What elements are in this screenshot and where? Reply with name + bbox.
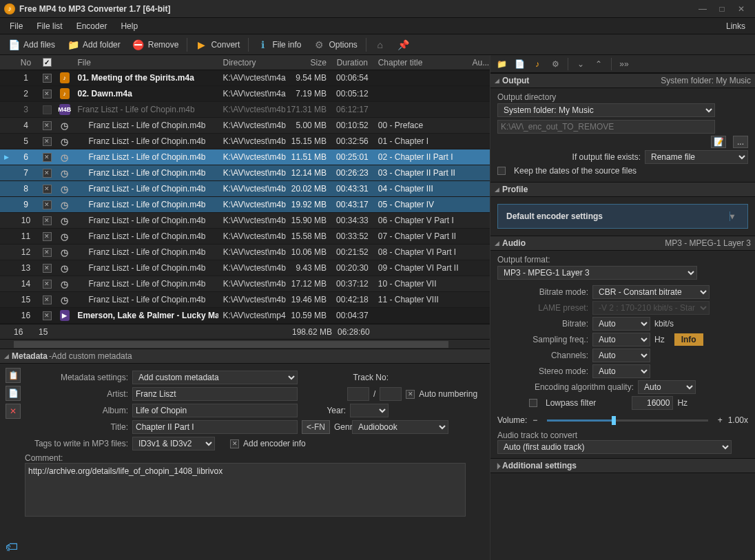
fn-button[interactable]: <-FN [302, 420, 330, 434]
minimize-button[interactable]: — [693, 2, 712, 16]
table-row[interactable]: 1✕♪01. Meeting of the Spirits.m4aK:\AV\v… [0, 70, 490, 86]
menu-encoder[interactable]: Encoder [70, 19, 114, 33]
track-total-input[interactable] [380, 387, 402, 401]
table-row[interactable]: 10✕◷Franz Liszt - Life of Chopin.m4bK:\A… [0, 213, 490, 229]
convert-button[interactable]: ▶Convert [190, 37, 245, 52]
bitrate-mode-select[interactable]: CBR - Constant bitrate [592, 285, 710, 299]
if-exists-select[interactable]: Rename file [645, 150, 748, 164]
auto-numbering-checkbox[interactable]: ✕ [406, 390, 415, 399]
lowpass-input[interactable] [632, 396, 673, 410]
table-row[interactable]: 5✕◷Franz Liszt - Life of Chopin.m4bK:\AV… [0, 134, 490, 149]
col-size[interactable]: Size [286, 58, 331, 68]
rt-up-icon[interactable]: ⌃ [590, 56, 607, 72]
title-input[interactable] [132, 420, 298, 434]
col-audio[interactable]: Au... [468, 58, 490, 68]
add-folder-icon: 📁 [68, 39, 79, 50]
col-check[interactable]: ✓ [38, 58, 56, 67]
profile-section-header[interactable]: ◢Profile [490, 182, 755, 197]
bitrate-select[interactable]: Auto [592, 317, 650, 331]
audio-section-header[interactable]: ◢Audio MP3 - MPEG-1 Layer 3 [490, 236, 755, 251]
table-row[interactable]: 3M4BFranz Liszt - Life of Chopin.m4bK:\A… [0, 102, 490, 118]
table-row[interactable]: 4✕◷Franz Liszt - Life of Chopin.m4bK:\AV… [0, 118, 490, 134]
col-no[interactable]: No [14, 58, 38, 68]
close-button[interactable]: ✕ [732, 2, 751, 16]
table-row[interactable]: 15✕◷Franz Liszt - Life of Chopin.m4bK:\A… [0, 292, 490, 308]
collapse-icon: ◢ [4, 353, 9, 360]
tag-icon: 🏷 [6, 540, 18, 554]
convert-icon: ▶ [196, 39, 207, 50]
tags-select[interactable]: ID3v1 & ID3v2 [132, 437, 215, 450]
menu-links[interactable]: Links [719, 19, 752, 33]
table-row[interactable]: 13✕◷Franz Liszt - Life of Chopin.m4bK:\A… [0, 260, 490, 276]
clear-metadata-button[interactable]: ✕ [6, 404, 21, 419]
menu-file[interactable]: File [3, 19, 30, 33]
rt-gear-icon[interactable]: ⚙ [547, 56, 563, 72]
output-path-input[interactable] [497, 120, 715, 134]
rt-folder-icon[interactable]: 📁 [493, 56, 510, 72]
table-row[interactable]: 8✕◷Franz Liszt - Life of Chopin.m4bK:\AV… [0, 181, 490, 197]
file-grid[interactable]: 1✕♪01. Meeting of the Spirits.m4aK:\AV\v… [0, 70, 490, 324]
col-file[interactable]: File [74, 58, 219, 68]
volume-slider[interactable] [547, 419, 707, 422]
copy-metadata-button[interactable]: 📋 [6, 368, 21, 383]
pin-button[interactable]: 📌 [393, 37, 415, 52]
horizontal-scrollbar[interactable] [0, 339, 490, 349]
add-files-button[interactable]: 📄Add files [3, 37, 61, 52]
info-badge[interactable]: Info [674, 333, 703, 346]
menu-help[interactable]: Help [114, 19, 145, 33]
year-select[interactable] [350, 404, 389, 417]
output-dir-select[interactable]: System folder: My Music [497, 103, 715, 117]
title-bar: ♪ Free MP4 to MP3 Converter 1.7 [64-bit]… [0, 0, 755, 18]
audio-track-select[interactable]: Auto (first audio track) [497, 440, 732, 454]
volume-minus-button[interactable]: − [532, 415, 537, 425]
add-folder-button[interactable]: 📁Add folder [62, 37, 126, 52]
paste-metadata-button[interactable]: 📄 [6, 386, 21, 401]
home-button[interactable]: ⌂ [369, 37, 391, 52]
artist-input[interactable] [132, 387, 298, 401]
add-encoder-info-checkbox[interactable]: ✕ [230, 439, 239, 448]
browse-folder-button[interactable]: 📝 [711, 136, 726, 148]
rt-more-icon[interactable]: »» [616, 56, 632, 72]
lame-preset-select[interactable]: -V 2 : 170-210 kbit/s - Standard [592, 301, 710, 315]
table-row[interactable]: 12✕◷Franz Liszt - Life of Chopin.m4bK:\A… [0, 245, 490, 260]
profile-select[interactable]: Default encoder settings ▾ [497, 204, 748, 229]
remove-button[interactable]: ⛔Remove [127, 37, 185, 52]
output-format-select[interactable]: MP3 - MPEG-1 Layer 3 [497, 266, 697, 280]
options-button[interactable]: ⚙Options [308, 37, 362, 52]
genre-select[interactable]: Audiobook [352, 420, 448, 434]
album-input[interactable] [132, 404, 298, 417]
table-row[interactable]: 9✕◷Franz Liszt - Life of Chopin.m4bK:\AV… [0, 197, 490, 213]
metadata-settings-select[interactable]: Add custom metadata [132, 371, 298, 384]
lowpass-checkbox[interactable] [529, 399, 537, 407]
table-row[interactable]: 6✕◷Franz Liszt - Life of Chopin.m4bK:\AV… [0, 149, 490, 165]
col-chapter[interactable]: Chapter title [374, 58, 468, 68]
table-row[interactable]: 2✕♪02. Dawn.m4aK:\AV\vctest\m4a7.19 MB00… [0, 86, 490, 102]
file-info-button[interactable]: ℹFile info [251, 37, 307, 52]
maximize-button[interactable]: □ [712, 2, 732, 16]
table-row[interactable]: 14✕◷Franz Liszt - Life of Chopin.m4bK:\A… [0, 276, 490, 292]
menu-filelist[interactable]: File list [30, 19, 69, 33]
metadata-section-header[interactable]: ◢ Metadata - Add custom metadata [0, 349, 490, 364]
volume-plus-button[interactable]: + [718, 415, 723, 425]
keep-dates-checkbox[interactable] [497, 167, 506, 175]
output-section-header[interactable]: ◢Output System folder: My Music [490, 73, 755, 88]
enc-quality-select[interactable]: Auto [638, 380, 696, 394]
table-row[interactable]: 16✕▶Emerson, Lake & Palmer - Lucky Ma...… [0, 308, 490, 324]
stereo-select[interactable]: Auto [592, 364, 650, 378]
additional-section-header[interactable]: ◢Additional settings [490, 458, 755, 473]
col-duration[interactable]: Duration [331, 58, 374, 68]
table-row[interactable]: 7✕◷Franz Liszt - Life of Chopin.m4bK:\AV… [0, 165, 490, 181]
toolbar: 📄Add files 📁Add folder ⛔Remove ▶Convert … [0, 34, 755, 55]
rt-down-icon[interactable]: ⌄ [572, 56, 589, 72]
channels-select[interactable]: Auto [592, 349, 650, 362]
table-row[interactable]: 11✕◷Franz Liszt - Life of Chopin.m4bK:\A… [0, 229, 490, 245]
sampling-select[interactable]: Auto [592, 333, 650, 346]
home-icon: ⌂ [375, 39, 386, 50]
comment-textarea[interactable]: http://archive.org/details/life_of_chopi… [25, 463, 466, 517]
rt-doc-icon[interactable]: 📄 [511, 56, 528, 72]
more-folder-button[interactable]: ... [733, 136, 748, 148]
rt-music-icon[interactable]: ♪ [529, 56, 546, 72]
chevron-down-icon[interactable]: ▾ [730, 211, 739, 221]
track-no-input[interactable] [347, 387, 369, 401]
col-directory[interactable]: Directory [218, 58, 286, 68]
